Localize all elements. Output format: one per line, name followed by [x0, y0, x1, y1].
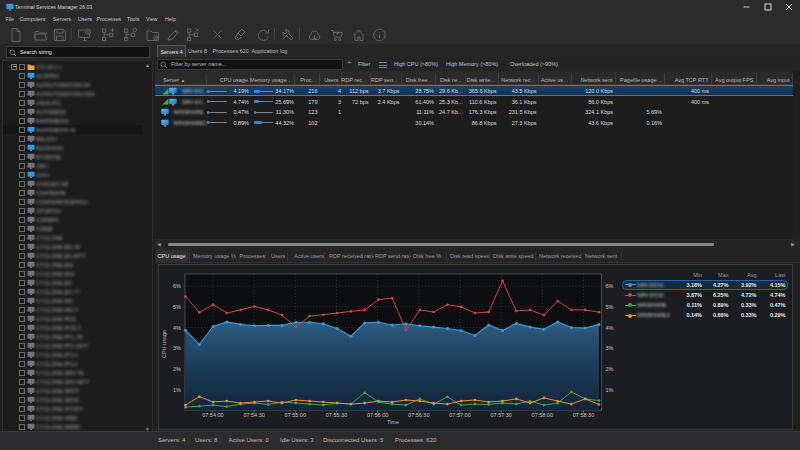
svg-text:5%: 5%	[606, 304, 614, 310]
svg-text:07:58:00: 07:58:00	[532, 412, 553, 418]
svg-text:1%: 1%	[173, 387, 181, 393]
svg-text:07:54:30: 07:54:30	[243, 412, 264, 418]
svg-text:Time: Time	[387, 419, 399, 425]
svg-text:07:58:30: 07:58:30	[573, 412, 594, 418]
svg-text:1%: 1%	[606, 387, 614, 393]
svg-text:6%: 6%	[173, 283, 181, 289]
svg-text:07:57:00: 07:57:00	[449, 412, 470, 418]
svg-text:07:55:30: 07:55:30	[326, 412, 347, 418]
svg-text:4%: 4%	[606, 325, 614, 331]
svg-text:07:55:00: 07:55:00	[285, 412, 306, 418]
svg-text:07:56:30: 07:56:30	[408, 412, 429, 418]
svg-text:3%: 3%	[173, 345, 181, 351]
svg-text:2%: 2%	[173, 366, 181, 372]
svg-text:6%: 6%	[606, 283, 614, 289]
svg-text:07:54:00: 07:54:00	[202, 412, 223, 418]
svg-text:07:57:30: 07:57:30	[490, 412, 511, 418]
svg-text:4%: 4%	[173, 325, 181, 331]
svg-text:2%: 2%	[606, 366, 614, 372]
svg-text:5%: 5%	[173, 304, 181, 310]
svg-text:3%: 3%	[606, 345, 614, 351]
svg-text:07:56:00: 07:56:00	[367, 412, 388, 418]
svg-text:CPU usage: CPU usage	[161, 330, 167, 358]
